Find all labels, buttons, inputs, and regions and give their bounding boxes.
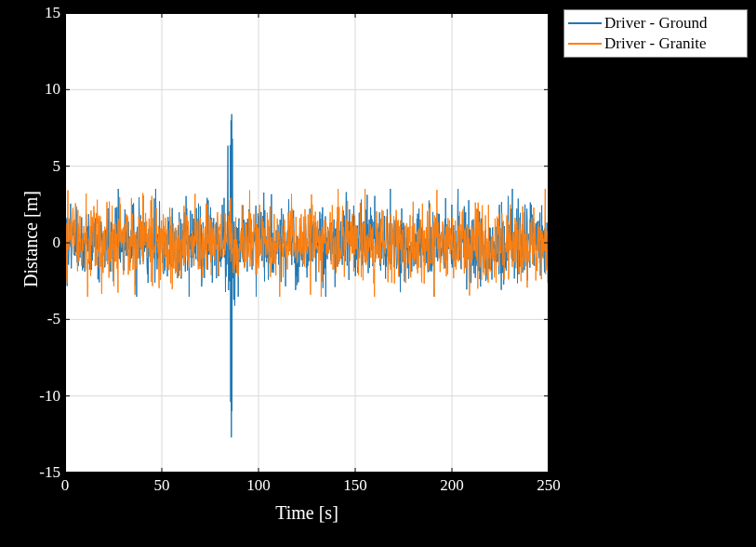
x-tick-label: 0 <box>61 476 70 495</box>
legend: Driver - Ground Driver - Granite <box>564 9 748 58</box>
y-tick-label: -15 <box>5 463 60 482</box>
legend-label-ground: Driver - Ground <box>604 14 707 33</box>
legend-swatch-ground <box>568 22 602 24</box>
x-tick-label: 100 <box>246 476 271 495</box>
series-line <box>65 189 549 297</box>
chart-canvas <box>65 13 549 473</box>
x-axis-label: Time [s] <box>275 502 338 524</box>
y-tick-label: -10 <box>5 387 60 406</box>
legend-label-granite: Driver - Granite <box>604 34 707 53</box>
legend-item-granite: Driver - Granite <box>568 33 743 54</box>
x-tick-label: 50 <box>154 476 170 495</box>
x-tick-label: 150 <box>343 476 367 495</box>
y-tick-label: -5 <box>5 310 60 328</box>
legend-item-ground: Driver - Ground <box>568 13 743 33</box>
y-tick-label: 15 <box>5 4 60 22</box>
x-tick-label: 200 <box>440 476 464 495</box>
y-axis-label: Distance [m] <box>20 191 42 287</box>
chart-plot-area <box>65 13 549 473</box>
legend-swatch-granite <box>568 43 602 45</box>
y-tick-label: 5 <box>5 157 60 176</box>
x-tick-label: 250 <box>537 476 561 495</box>
y-tick-label: 10 <box>5 80 60 99</box>
series-line <box>65 114 549 438</box>
